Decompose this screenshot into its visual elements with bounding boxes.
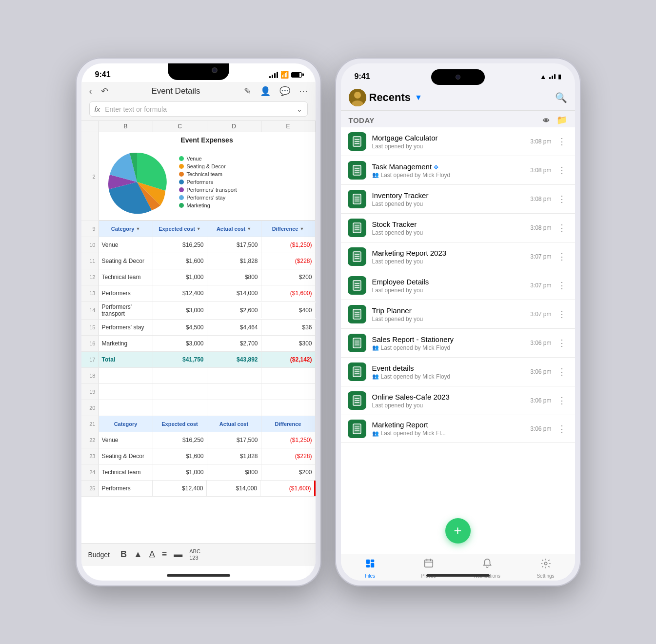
status-time: 9:41 <box>95 70 111 79</box>
shared-icon: 👥 <box>372 373 379 380</box>
file-meta-text: Last opened by you <box>372 229 423 236</box>
settings-tab-icon <box>540 558 551 572</box>
shared-icon: 👥 <box>372 172 379 178</box>
chart-legend: Venue Seating & Decor Technical team Per… <box>179 156 237 208</box>
file-icon <box>348 219 366 237</box>
spreadsheet-header: ‹ ↶ Event Details ✎ 👤 💬 ⋯ fx Enter text … <box>81 82 316 121</box>
file-more-button[interactable]: ⋮ <box>556 278 568 293</box>
file-more-button[interactable]: ⋮ <box>556 336 568 350</box>
list-item[interactable]: Employee Details Last opened by you 3:07… <box>341 271 575 300</box>
align-button[interactable]: ≡ <box>162 549 167 560</box>
list-item[interactable]: Task Management ✥ 👥 Last opened by Mick … <box>341 156 575 185</box>
file-more-button[interactable]: ⋮ <box>556 249 568 264</box>
pen-icon[interactable]: ✎ <box>244 86 251 97</box>
file-meta-text: Last opened by you <box>372 316 423 322</box>
font-color-button[interactable]: A <box>149 549 155 560</box>
file-meta-text: Last opened by you <box>372 201 423 207</box>
file-time: 3:06 pm <box>530 397 551 404</box>
highlight-button[interactable]: ▲ <box>134 549 142 560</box>
shared-icon: 👥 <box>372 430 379 437</box>
back-button[interactable]: ‹ <box>89 86 92 97</box>
file-icon <box>348 161 366 180</box>
col-e: E <box>261 121 316 132</box>
abc-button[interactable]: ABC123 <box>189 548 200 561</box>
list-item[interactable]: Mortgage Calculator Last opened by you 3… <box>341 127 575 156</box>
file-meta-text: Last opened by you <box>372 402 423 409</box>
svg-rect-61 <box>370 563 374 567</box>
front-camera <box>456 75 460 80</box>
chart-cell: Event Expenses <box>99 132 316 221</box>
file-more-button[interactable]: ⋮ <box>556 192 568 206</box>
file-more-button[interactable]: ⋮ <box>556 163 568 178</box>
file-more-button[interactable]: ⋮ <box>556 422 568 436</box>
file-time: 3:08 pm <box>530 196 551 202</box>
fab-button[interactable]: + <box>445 518 471 543</box>
camera <box>212 67 218 73</box>
left-phone: 9:41 📶 ‹ ↶ Event Details <box>76 58 321 586</box>
list-item[interactable]: Event details 👥 Last opened by Mick Floy… <box>341 358 575 386</box>
col-d: D <box>207 121 261 132</box>
file-name: Marketing Report <box>372 421 525 429</box>
file-name: Trip Planner <box>372 306 525 315</box>
file-name: Task Management ✥ <box>372 162 525 171</box>
file-more-button[interactable]: ⋮ <box>556 393 568 408</box>
signal-icon-right <box>549 74 556 79</box>
file-meta-text: Last opened by Mick Floyd <box>381 373 451 380</box>
format-button[interactable]: ▬ <box>174 549 182 560</box>
comment-icon[interactable]: 💬 <box>279 86 290 97</box>
status-icons: 📶 <box>269 71 302 79</box>
recents-title: Recents <box>369 91 411 104</box>
table-row: 12 Technical team $1,000 $800 $200 <box>81 269 316 285</box>
svg-rect-58 <box>366 560 369 564</box>
file-more-button[interactable]: ⋮ <box>556 364 568 379</box>
tab-files[interactable]: Files <box>341 558 399 579</box>
file-meta-text: Last opened by you <box>372 258 423 265</box>
table-row: 15 Performers' stay $4,500 $4,464 $36 <box>81 320 316 336</box>
file-more-button[interactable]: ⋮ <box>556 307 568 322</box>
column-headers: B C D E <box>81 121 316 132</box>
notch <box>168 63 229 80</box>
shared-icon: 👥 <box>372 344 379 351</box>
file-icon <box>348 247 366 266</box>
battery-icon-right: ▮ <box>558 73 561 80</box>
file-meta-text: Last opened by Mick Fl... <box>381 430 446 437</box>
more-icon[interactable]: ⋯ <box>299 86 308 97</box>
person-icon[interactable]: 👤 <box>260 86 271 97</box>
file-icon <box>348 276 366 295</box>
svg-rect-62 <box>424 560 433 567</box>
file-time: 3:06 pm <box>530 425 551 432</box>
sheet-tab[interactable]: Budget <box>88 551 110 559</box>
list-item[interactable]: Stock Tracker Last opened by you 3:08 pm… <box>341 214 575 242</box>
page-title: Event Details <box>108 86 244 96</box>
file-icon <box>348 391 366 410</box>
list-item[interactable]: Trip Planner Last opened by you 3:07 pm … <box>341 300 575 329</box>
bold-button[interactable]: B <box>120 549 127 560</box>
list-item[interactable]: Sales Report - Stationery 👥 Last opened … <box>341 329 575 358</box>
file-name: Sales Report - Stationery <box>372 335 525 343</box>
file-icon <box>348 362 366 381</box>
list-item[interactable]: Inventory Tracker Last opened by you 3:0… <box>341 185 575 214</box>
formula-bar[interactable]: fx Enter text or formula ⌄ <box>89 101 308 117</box>
list-item[interactable]: Marketing Report 👥 Last opened by Mick F… <box>341 415 575 443</box>
total-row: 17 Total $41,750 $43,892 ($2,142) <box>81 352 316 368</box>
recents-dropdown-icon[interactable]: ▼ <box>415 93 422 102</box>
row-2: 2 Event Expenses <box>81 132 316 221</box>
file-more-button[interactable]: ⋮ <box>556 134 568 149</box>
status-time-right: 9:41 <box>355 72 370 81</box>
file-icon <box>348 334 366 352</box>
undo-button[interactable]: ↶ <box>101 86 108 97</box>
file-time: 3:06 pm <box>530 340 551 346</box>
file-more-button[interactable]: ⋮ <box>556 221 568 235</box>
search-button[interactable]: 🔍 <box>555 92 567 103</box>
folder-view-button[interactable]: 📁 <box>557 115 567 125</box>
signal-icon <box>269 72 278 78</box>
file-time: 3:08 pm <box>530 224 551 231</box>
list-item[interactable]: Online Sales-Cafe 2023 Last opened by yo… <box>341 386 575 415</box>
tab-settings[interactable]: Settings <box>517 558 575 579</box>
list-item[interactable]: Marketing Report 2023 Last opened by you… <box>341 242 575 271</box>
section-header: Today ⇼ 📁 <box>341 111 575 127</box>
grid-view-button[interactable]: ⇼ <box>542 115 550 125</box>
formula-fx-label: fx <box>95 105 100 113</box>
formula-input[interactable]: Enter text or formula <box>105 105 291 113</box>
file-meta-text: Last opened by you <box>372 143 423 150</box>
